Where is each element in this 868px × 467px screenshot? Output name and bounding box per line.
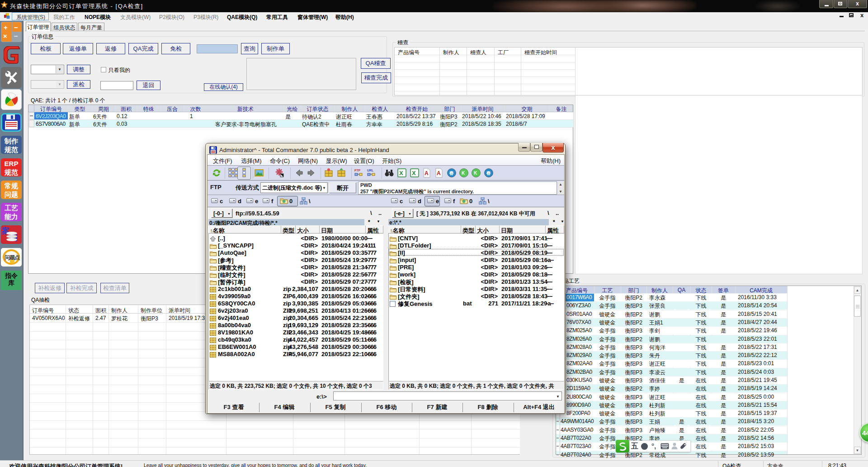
svg-text:A: A <box>425 170 429 176</box>
svg-text:春: 春 <box>449 171 454 176</box>
svg-text:URL: URL <box>367 169 374 172</box>
svg-text:FTP: FTP <box>354 169 361 172</box>
svg-text:X: X <box>399 170 403 176</box>
svg-text:K: K <box>462 171 465 176</box>
svg-text:春: 春 <box>486 171 491 176</box>
svg-text:K: K <box>474 171 477 176</box>
svg-text:A: A <box>437 170 441 176</box>
svg-text:X: X <box>412 170 416 176</box>
